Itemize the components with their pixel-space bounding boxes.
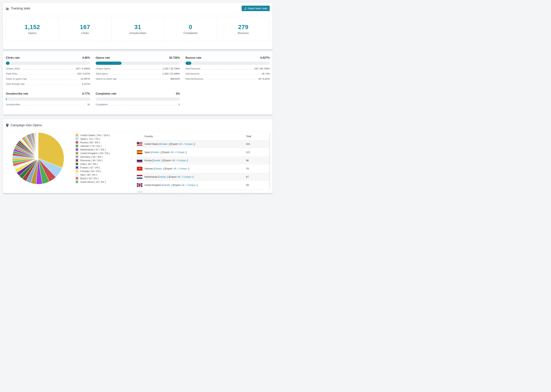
- export-basic-stats-button[interactable]: Export basic stats: [242, 6, 270, 11]
- rates-card: Clicks rate4.46%Unique clicks167 / 4.456…: [3, 51, 273, 115]
- rate-row-label: Click through rate: [6, 83, 25, 85]
- details-link[interactable]: Details ›: [160, 143, 169, 145]
- map-pin-icon: [6, 124, 9, 127]
- legend-label: France ( 42 / 2% ): [80, 166, 100, 169]
- export-label: Export:: [163, 151, 171, 154]
- legend-item-italy: Italy ( 36 / 2% ): [75, 173, 135, 176]
- details-link[interactable]: Details ›: [163, 184, 171, 186]
- stat-value: 279: [238, 24, 248, 30]
- export-icon: [244, 7, 247, 10]
- legend-label: Canada ( 40 / 2% ): [80, 170, 101, 173]
- export-all-link[interactable]: All ›: [178, 175, 182, 178]
- export-unique-link[interactable]: Unique ›: [178, 159, 187, 162]
- legend-swatch: [75, 177, 78, 180]
- rate-row-label: Hard bounces: [185, 67, 200, 70]
- legend-item-united-states: United States ( 541 / 31% ): [75, 133, 135, 137]
- rate-head: Bounce rate6.927%: [185, 56, 270, 59]
- rate-block-bounce-rate: Bounce rate6.927%Hard bounces242 / 86.73…: [185, 56, 270, 85]
- total-column-header: Total: [246, 135, 268, 138]
- export-unique-link[interactable]: Unique ›: [177, 151, 186, 154]
- progress-fill: [96, 62, 121, 65]
- legend-swatch-color: [76, 181, 78, 183]
- page: { "colors": { "accent_teal": "#17879e", …: [0, 0, 276, 196]
- export-unique-link[interactable]: Unique ›: [185, 143, 194, 145]
- export-unique-link[interactable]: Unique ›: [188, 184, 197, 186]
- tracking-stats-title: Tracking stats: [11, 7, 30, 10]
- slash-separator: /: [183, 143, 185, 145]
- rate-title: Complaints rate: [96, 92, 116, 95]
- rate-title: Clicks rate: [6, 56, 20, 59]
- legend-item-germany: Germany ( 55 / 3% ): [75, 155, 135, 158]
- legend-label: South Africa ( 29 / 2% ): [80, 181, 106, 183]
- export-all-link[interactable]: All ›: [182, 184, 186, 186]
- country-name: Spain: [144, 151, 151, 154]
- export-label: Export:: [174, 184, 182, 186]
- legend-label: India ( 46 / 3% ): [80, 163, 98, 165]
- export-all-link[interactable]: All ›: [172, 159, 176, 162]
- stat-label: Unsubscribes: [129, 31, 146, 35]
- rate-row-label: Total opens: [96, 72, 108, 75]
- slash-separator: /: [178, 167, 180, 170]
- rate-row-value: 220 / 5.87%: [77, 72, 90, 75]
- export-all-link[interactable]: All ›: [171, 151, 175, 154]
- rate-row-total-clicks: Total clicks220 / 5.87%: [6, 72, 90, 75]
- table-rows: United States [Details ›] [Export: All ›…: [135, 140, 270, 193]
- progress-fill: [185, 62, 191, 65]
- table-scrollbar[interactable]: [269, 133, 270, 192]
- legend-swatch: [75, 133, 78, 137]
- export-unique-link[interactable]: Unique ›: [179, 167, 189, 170]
- details-link[interactable]: Details ›: [152, 151, 161, 154]
- export-unique-link[interactable]: Unique ›: [181, 192, 190, 193]
- total-cell: 59: [246, 184, 268, 186]
- rate-row-label: Opens to clicks rate: [96, 77, 117, 80]
- legend-label: United States ( 541 / 31% ): [80, 134, 110, 137]
- details-link[interactable]: Details ›: [159, 175, 167, 178]
- export-all-link[interactable]: All ›: [173, 167, 177, 170]
- table-row-de: Germany [Details ›] [Export: All › / Uni…: [135, 189, 270, 193]
- progress-track: [6, 98, 90, 101]
- export-unique-link[interactable]: Unique ›: [184, 175, 193, 178]
- rate-row-unique-opens: Unique opens1,152 / 30.736%: [96, 67, 180, 70]
- legend-item-netherlands: Netherlands ( 67 / 4% ): [75, 148, 135, 151]
- details-link[interactable]: Details ›: [155, 167, 163, 170]
- progress-track: [96, 62, 180, 65]
- legend-swatch-color: [76, 163, 78, 165]
- bracket: ] [: [162, 159, 164, 162]
- export-all-link[interactable]: All ›: [175, 192, 179, 193]
- leader-dots: [112, 69, 161, 70]
- legend-item-russia: Russia ( 86 / 5% ): [75, 141, 135, 144]
- total-cell: 67: [246, 175, 268, 178]
- bracket: ] [: [172, 184, 174, 186]
- country-cell: Germany [Details ›] [Export: All › / Uni…: [144, 192, 246, 193]
- total-cell: 79: [246, 167, 268, 170]
- legend-swatch: [75, 148, 78, 151]
- bracket: ]: [197, 184, 198, 186]
- details-link[interactable]: Details ›: [155, 192, 164, 193]
- rate-value: 4.46%: [82, 56, 90, 59]
- rate-row-value: 31: [87, 103, 90, 106]
- bracket: ]: [194, 143, 195, 145]
- country-name: Vietnam: [144, 167, 154, 170]
- flag-de-icon: [137, 191, 142, 193]
- export-all-link[interactable]: All ›: [179, 143, 183, 145]
- stat-value: 31: [134, 24, 141, 30]
- table-row-us: United States [Details ›] [Export: All ›…: [135, 140, 270, 148]
- progress-fill: [6, 62, 10, 65]
- legend-swatch-color: [76, 152, 78, 154]
- leader-dots: [205, 79, 257, 80]
- rate-row-label: Unique opens: [96, 67, 110, 70]
- bracket: ]: [186, 151, 187, 154]
- leader-dots: [21, 69, 74, 70]
- rates-grid: Clicks rate4.46%Unique clicks167 / 4.456…: [3, 51, 273, 106]
- stat-cell-opens: 1,152Opens: [6, 17, 58, 41]
- rate-row-value: 167 / 4.456%: [76, 67, 90, 70]
- details-link[interactable]: Details ›: [153, 159, 162, 162]
- stat-label: Clicks: [81, 31, 89, 35]
- table-row-ru: Russia [Details ›] [Export: All › / Uniq…: [135, 156, 270, 165]
- rate-row-internal-bounces: Internal bounces19 / 6.81%: [185, 77, 270, 80]
- legend-swatch: [75, 173, 78, 176]
- leader-dots: [28, 79, 79, 80]
- legend-item-south-africa: South Africa ( 29 / 2% ): [75, 180, 135, 183]
- flag-gb-icon: [137, 183, 142, 187]
- legend-swatch-color: [76, 166, 78, 169]
